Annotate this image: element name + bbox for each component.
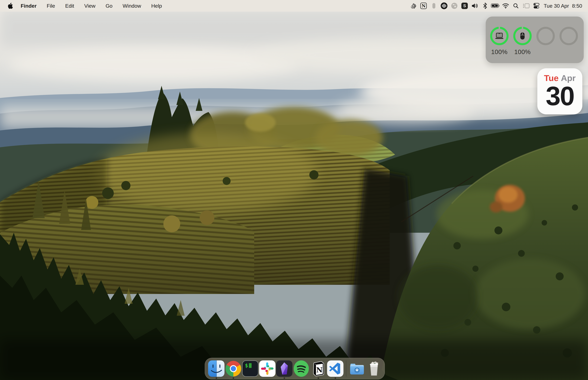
empty-battery-ring [536, 27, 555, 45]
notion-menubar-icon[interactable]: N [418, 0, 429, 12]
mouse-battery-ring [513, 27, 532, 45]
dock-downloads[interactable] [349, 361, 365, 377]
stage-manager-icon[interactable] [521, 0, 531, 12]
s-badge-icon[interactable]: S [459, 0, 470, 12]
apple-logo-icon [7, 2, 13, 9]
mouse-icon [519, 32, 526, 40]
clock-time: 8:50 [572, 3, 582, 9]
calendar-day: 30 [546, 84, 574, 108]
dock-terminal[interactable]: $ [242, 361, 259, 377]
dock-vscode[interactable] [327, 361, 343, 377]
running-indicator [284, 377, 285, 379]
laptop-battery-percent: 100% [491, 48, 508, 56]
globe-icon[interactable] [449, 0, 459, 12]
battery-device-empty-1 [536, 27, 555, 63]
menu-help[interactable]: Help [146, 0, 167, 12]
wifi-icon[interactable] [501, 0, 511, 12]
dock-obsidian[interactable] [276, 361, 292, 377]
menu-bar: Finder File Edit View Go Window Help N [0, 0, 588, 12]
trash-icon [366, 361, 382, 377]
menu-file[interactable]: File [42, 0, 60, 12]
menu-finder[interactable]: Finder [16, 0, 42, 12]
battery-charging-icon[interactable] [490, 0, 501, 12]
dock-trash[interactable] [366, 361, 382, 377]
apple-menu[interactable] [6, 2, 14, 9]
menu-view[interactable]: View [79, 0, 100, 12]
slack-icon [259, 361, 275, 377]
finder-icon [208, 361, 225, 377]
running-indicator [318, 377, 319, 379]
laptop-icon [495, 32, 504, 40]
downloads-folder-icon [349, 361, 365, 377]
menu-bar-clock[interactable]: Tue 30 Apr 8:50 [542, 3, 588, 9]
dock-divider [346, 361, 346, 377]
control-center-icon[interactable] [531, 0, 542, 12]
battery-widget[interactable]: 100% 100% [486, 17, 584, 63]
running-indicator [216, 377, 217, 379]
bluetooth-icon[interactable] [480, 0, 490, 12]
obsidian-icon [276, 361, 292, 377]
running-indicator [233, 377, 234, 379]
mouse-battery-icon[interactable] [429, 0, 439, 12]
dock-finder[interactable] [208, 361, 225, 377]
dock: $ [205, 358, 385, 380]
spotlight-icon[interactable] [511, 0, 521, 12]
mouse-battery-percent: 100% [514, 48, 531, 56]
vscode-icon [327, 361, 343, 377]
battery-device-laptop: 100% [490, 27, 509, 63]
dock-spotify[interactable] [293, 361, 309, 377]
chrome-icon [226, 361, 241, 377]
svg-text:N: N [316, 366, 322, 374]
menu-go[interactable]: Go [100, 0, 117, 12]
notion-icon: N [310, 361, 326, 377]
menu-bar-left: Finder File Edit View Go Window Help [0, 0, 167, 12]
audio-waveform-icon[interactable] [439, 0, 449, 12]
calendar-widget[interactable]: Tue Apr 30 [537, 68, 582, 114]
dock-chrome[interactable] [225, 361, 242, 377]
battery-device-empty-2 [560, 27, 578, 63]
menu-window[interactable]: Window [118, 0, 146, 12]
terminal-icon: $ [242, 361, 259, 377]
empty-battery-ring [560, 27, 578, 45]
volume-icon[interactable] [470, 0, 480, 12]
menu-bar-status: N [408, 0, 588, 12]
running-indicator [335, 377, 336, 379]
spotify-icon [293, 361, 309, 377]
dock-slack[interactable] [259, 361, 275, 377]
hatched-app-icon[interactable] [408, 0, 418, 12]
dock-notion[interactable]: N [310, 361, 326, 377]
clock-date: Tue 30 Apr [544, 3, 569, 9]
desktop: Finder File Edit View Go Window Help N [0, 0, 588, 380]
laptop-battery-ring [490, 27, 509, 45]
menu-edit[interactable]: Edit [60, 0, 79, 12]
battery-device-mouse: 100% [513, 27, 532, 63]
